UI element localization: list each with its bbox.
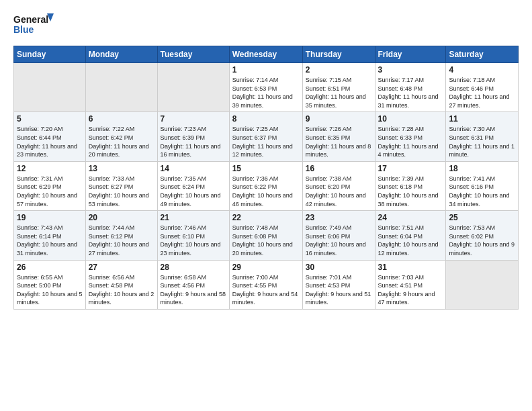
cell-content: Sunrise: 6:58 AM Sunset: 4:56 PM Dayligh… (161, 273, 226, 307)
day-number: 28 (161, 263, 226, 272)
cell-content: Sunrise: 7:39 AM Sunset: 6:18 PM Dayligh… (378, 175, 443, 208)
cell-content: Sunrise: 7:51 AM Sunset: 6:04 PM Dayligh… (378, 224, 443, 257)
day-number: 6 (89, 114, 154, 124)
day-number: 23 (306, 213, 372, 222)
cell-content: Sunrise: 7:41 AM Sunset: 6:16 PM Dayligh… (449, 175, 515, 208)
weekday-header-sunday: Sunday (14, 46, 86, 63)
weekday-header-saturday: Saturday (446, 46, 519, 63)
cell-content: Sunrise: 7:53 AM Sunset: 6:02 PM Dayligh… (449, 224, 515, 257)
calendar-cell: 3Sunrise: 7:17 AM Sunset: 6:48 PM Daylig… (375, 63, 446, 112)
cell-content: Sunrise: 7:33 AM Sunset: 6:27 PM Dayligh… (89, 175, 154, 208)
calendar-cell: 26Sunrise: 6:55 AM Sunset: 5:00 PM Dayli… (14, 260, 86, 309)
calendar-cell: 21Sunrise: 7:46 AM Sunset: 6:10 PM Dayli… (157, 211, 229, 260)
day-number: 14 (161, 164, 226, 173)
calendar-cell (85, 63, 157, 112)
day-number: 4 (449, 65, 515, 75)
calendar-cell: 16Sunrise: 7:38 AM Sunset: 6:20 PM Dayli… (302, 161, 375, 210)
weekday-header-friday: Friday (375, 46, 446, 63)
day-number: 8 (232, 114, 300, 124)
weekday-header-tuesday: Tuesday (157, 46, 229, 63)
cell-content: Sunrise: 7:28 AM Sunset: 6:33 PM Dayligh… (378, 125, 443, 158)
calendar-cell: 13Sunrise: 7:33 AM Sunset: 6:27 PM Dayli… (85, 161, 157, 210)
day-number: 30 (306, 263, 372, 272)
calendar: SundayMondayTuesdayWednesdayThursdayFrid… (13, 46, 519, 310)
day-number: 7 (161, 114, 226, 124)
week-row-4: 19Sunrise: 7:43 AM Sunset: 6:14 PM Dayli… (14, 211, 519, 260)
day-number: 31 (378, 263, 443, 272)
calendar-cell (446, 260, 519, 309)
day-number: 21 (161, 213, 226, 222)
calendar-cell: 4Sunrise: 7:18 AM Sunset: 6:46 PM Daylig… (446, 63, 519, 112)
calendar-cell: 1Sunrise: 7:14 AM Sunset: 6:53 PM Daylig… (229, 63, 302, 112)
day-number: 2 (306, 65, 372, 75)
day-number: 10 (378, 114, 443, 124)
logo-svg: General Blue (13, 11, 54, 40)
calendar-cell: 25Sunrise: 7:53 AM Sunset: 6:02 PM Dayli… (446, 211, 519, 260)
cell-content: Sunrise: 7:01 AM Sunset: 4:53 PM Dayligh… (306, 273, 372, 307)
calendar-cell: 24Sunrise: 7:51 AM Sunset: 6:04 PM Dayli… (375, 211, 446, 260)
calendar-cell: 11Sunrise: 7:30 AM Sunset: 6:31 PM Dayli… (446, 112, 519, 161)
cell-content: Sunrise: 7:30 AM Sunset: 6:31 PM Dayligh… (449, 125, 515, 158)
svg-text:General: General (13, 14, 48, 25)
header: General Blue (13, 11, 519, 40)
cell-content: Sunrise: 7:25 AM Sunset: 6:37 PM Dayligh… (232, 125, 300, 158)
calendar-cell: 7Sunrise: 7:23 AM Sunset: 6:39 PM Daylig… (157, 112, 229, 161)
cell-content: Sunrise: 7:35 AM Sunset: 6:24 PM Dayligh… (161, 175, 226, 208)
cell-content: Sunrise: 7:22 AM Sunset: 6:42 PM Dayligh… (89, 125, 154, 158)
cell-content: Sunrise: 7:48 AM Sunset: 6:08 PM Dayligh… (232, 224, 300, 257)
calendar-cell: 12Sunrise: 7:31 AM Sunset: 6:29 PM Dayli… (14, 161, 86, 210)
cell-content: Sunrise: 7:36 AM Sunset: 6:22 PM Dayligh… (232, 175, 300, 208)
week-row-2: 5Sunrise: 7:20 AM Sunset: 6:44 PM Daylig… (14, 112, 519, 161)
calendar-cell (157, 63, 229, 112)
day-number: 26 (17, 263, 83, 272)
page: General Blue SundayMondayTuesdayWednesda… (0, 0, 532, 411)
cell-content: Sunrise: 7:43 AM Sunset: 6:14 PM Dayligh… (17, 224, 83, 257)
cell-content: Sunrise: 7:00 AM Sunset: 4:55 PM Dayligh… (232, 273, 300, 307)
cell-content: Sunrise: 7:44 AM Sunset: 6:12 PM Dayligh… (89, 224, 154, 257)
day-number: 25 (449, 213, 515, 222)
calendar-cell: 14Sunrise: 7:35 AM Sunset: 6:24 PM Dayli… (157, 161, 229, 210)
calendar-cell (14, 63, 86, 112)
calendar-cell: 23Sunrise: 7:49 AM Sunset: 6:06 PM Dayli… (302, 211, 375, 260)
calendar-cell: 8Sunrise: 7:25 AM Sunset: 6:37 PM Daylig… (229, 112, 302, 161)
week-row-1: 1Sunrise: 7:14 AM Sunset: 6:53 PM Daylig… (14, 63, 519, 112)
cell-content: Sunrise: 7:18 AM Sunset: 6:46 PM Dayligh… (449, 76, 515, 109)
day-number: 11 (449, 114, 515, 124)
calendar-cell: 10Sunrise: 7:28 AM Sunset: 6:33 PM Dayli… (375, 112, 446, 161)
svg-text:Blue: Blue (13, 24, 34, 35)
cell-content: Sunrise: 6:56 AM Sunset: 4:58 PM Dayligh… (89, 273, 154, 307)
calendar-cell: 28Sunrise: 6:58 AM Sunset: 4:56 PM Dayli… (157, 260, 229, 309)
week-row-5: 26Sunrise: 6:55 AM Sunset: 5:00 PM Dayli… (14, 260, 519, 309)
calendar-cell: 22Sunrise: 7:48 AM Sunset: 6:08 PM Dayli… (229, 211, 302, 260)
logo: General Blue (13, 11, 54, 40)
weekday-header-monday: Monday (85, 46, 157, 63)
weekday-header-wednesday: Wednesday (229, 46, 302, 63)
day-number: 19 (17, 213, 83, 222)
cell-content: Sunrise: 7:38 AM Sunset: 6:20 PM Dayligh… (306, 175, 372, 208)
calendar-cell: 9Sunrise: 7:26 AM Sunset: 6:35 PM Daylig… (302, 112, 375, 161)
calendar-cell: 27Sunrise: 6:56 AM Sunset: 4:58 PM Dayli… (85, 260, 157, 309)
day-number: 15 (232, 164, 300, 173)
day-number: 13 (89, 164, 154, 173)
calendar-cell: 5Sunrise: 7:20 AM Sunset: 6:44 PM Daylig… (14, 112, 86, 161)
calendar-cell: 31Sunrise: 7:03 AM Sunset: 4:51 PM Dayli… (375, 260, 446, 309)
day-number: 17 (378, 164, 443, 173)
day-number: 5 (17, 114, 83, 124)
day-number: 12 (17, 164, 83, 173)
cell-content: Sunrise: 7:31 AM Sunset: 6:29 PM Dayligh… (17, 175, 83, 208)
day-number: 9 (306, 114, 372, 124)
day-number: 22 (232, 213, 300, 222)
weekday-header-thursday: Thursday (302, 46, 375, 63)
day-number: 16 (306, 164, 372, 173)
calendar-cell: 18Sunrise: 7:41 AM Sunset: 6:16 PM Dayli… (446, 161, 519, 210)
cell-content: Sunrise: 7:46 AM Sunset: 6:10 PM Dayligh… (161, 224, 226, 257)
calendar-cell: 6Sunrise: 7:22 AM Sunset: 6:42 PM Daylig… (85, 112, 157, 161)
cell-content: Sunrise: 7:15 AM Sunset: 6:51 PM Dayligh… (306, 76, 372, 109)
day-number: 20 (89, 213, 154, 222)
day-number: 29 (232, 263, 300, 272)
cell-content: Sunrise: 7:17 AM Sunset: 6:48 PM Dayligh… (378, 76, 443, 109)
calendar-cell: 20Sunrise: 7:44 AM Sunset: 6:12 PM Dayli… (85, 211, 157, 260)
calendar-cell: 30Sunrise: 7:01 AM Sunset: 4:53 PM Dayli… (302, 260, 375, 309)
day-number: 18 (449, 164, 515, 173)
cell-content: Sunrise: 7:20 AM Sunset: 6:44 PM Dayligh… (17, 125, 83, 158)
